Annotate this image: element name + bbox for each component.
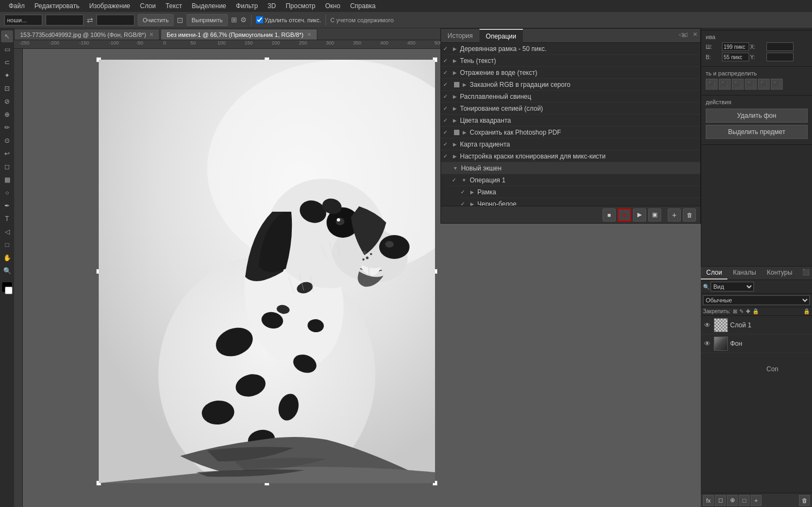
tool-stamp[interactable]: ⊙ xyxy=(1,135,13,147)
add-layer-btn[interactable]: + xyxy=(751,495,762,506)
ops-item[interactable]: ✓ ▶ Тень (текст) xyxy=(441,55,700,67)
ops-tab-history[interactable]: История xyxy=(441,29,479,43)
menu-3d[interactable]: 3D xyxy=(263,1,280,11)
menu-layers[interactable]: Слои xyxy=(136,1,160,11)
height-input[interactable] xyxy=(722,53,749,61)
layer-visibility-icon[interactable]: 👁 xyxy=(704,340,712,347)
layer-visibility-icon[interactable]: 👁 xyxy=(704,321,712,329)
tab-2-close[interactable]: ✕ xyxy=(307,31,311,37)
layers-view-dropdown[interactable]: Вид xyxy=(711,282,754,291)
ops-list[interactable]: ✓ ▶ Деревянная рамка - 50 пикс. ✓ ▶ Тень… xyxy=(441,43,700,206)
ops-item[interactable]: ✓ ▶ Цвета квадранта xyxy=(441,115,700,126)
menu-edit[interactable]: Редактировать xyxy=(30,1,84,11)
document-canvas[interactable] xyxy=(99,60,435,483)
tool-eyedropper[interactable]: ⊘ xyxy=(1,96,13,107)
tool-dodge[interactable]: ○ xyxy=(1,187,13,199)
menu-select[interactable]: Выделение xyxy=(187,1,231,11)
ops-close-btn[interactable]: ✕ xyxy=(691,31,699,38)
menu-view[interactable]: Просмотр xyxy=(282,1,320,11)
gear-icon[interactable]: ⚙ xyxy=(240,16,247,24)
tab-1-close[interactable]: ✕ xyxy=(149,31,154,37)
align-center-v-btn[interactable]: ⬛ xyxy=(758,79,770,90)
menu-filter[interactable]: Фильтр xyxy=(232,1,262,11)
width-input[interactable] xyxy=(722,42,749,51)
tool-history-brush[interactable]: ↩ xyxy=(1,148,13,160)
tool-pen[interactable]: ✒ xyxy=(1,200,13,212)
align-right-btn[interactable]: ⬛ xyxy=(732,79,744,90)
ops-item-ramka[interactable]: ✓ ▶ Рамка xyxy=(458,186,700,198)
tool-zoom[interactable]: 🔍 xyxy=(1,265,13,277)
x-input[interactable] xyxy=(766,42,794,51)
clear-button[interactable]: Очистить xyxy=(138,14,174,26)
swap-icon[interactable]: ⇄ xyxy=(87,16,93,24)
ops-record-btn[interactable]: ● xyxy=(618,208,631,221)
add-adjustment-btn[interactable]: ⊕ xyxy=(727,495,738,506)
align-left-btn[interactable]: ⬛ xyxy=(706,79,718,90)
ops-tab-operations[interactable]: Операции xyxy=(479,29,523,43)
lock-all-btn[interactable]: 🔒 xyxy=(752,308,759,314)
delete-seg-checkbox[interactable] xyxy=(256,16,263,23)
tab-1[interactable]: 153-7735cd049992.jpg @ 100% (Фон, RGB/8*… xyxy=(14,29,159,40)
tool-move[interactable]: ↖ xyxy=(1,30,13,42)
tool-lasso[interactable]: ⊂ xyxy=(1,56,13,68)
tool-select-rect[interactable]: ▭ xyxy=(1,43,13,55)
align-center-h-btn[interactable]: ⬛ xyxy=(719,79,731,90)
grid-icon[interactable]: ⊞ xyxy=(231,16,237,24)
select-subject-button[interactable]: Выделить предмет xyxy=(706,125,808,139)
ops-delete-btn[interactable]: 🗑 xyxy=(683,208,696,221)
background-color[interactable] xyxy=(5,287,12,294)
add-group-btn[interactable]: □ xyxy=(739,495,750,506)
ops-item-bw[interactable]: ✓ ▶ Черно-белое xyxy=(458,198,700,206)
tool-heal[interactable]: ⊕ xyxy=(1,109,13,121)
delete-layer-btn[interactable]: 🗑 xyxy=(799,495,810,506)
toolbar-input-1[interactable] xyxy=(4,15,42,26)
tool-brush[interactable]: ✏ xyxy=(1,122,13,134)
menu-image[interactable]: Изображение xyxy=(85,1,135,11)
y-input[interactable] xyxy=(766,53,794,61)
ops-item[interactable]: ✓ ▶ Расплавленный свинец xyxy=(441,91,700,103)
toolbar-input-3[interactable] xyxy=(97,15,135,26)
lock-extra-btn[interactable]: 🔒 xyxy=(803,308,810,314)
ops-play-btn[interactable]: ▶ xyxy=(633,208,646,221)
menu-help[interactable]: Справка xyxy=(346,1,380,11)
ops-item[interactable]: ✓ ▶ Отражение в воде (текст) xyxy=(441,67,700,79)
layers-tab-layers[interactable]: Слои xyxy=(701,267,727,280)
ops-new-set-btn[interactable]: ▣ xyxy=(648,208,661,221)
add-mask-btn[interactable]: ◻ xyxy=(715,495,726,506)
ops-item-new-action[interactable]: ▼ Новый экшен xyxy=(441,162,700,174)
ops-item-operation1[interactable]: ✓ ▼ Операция 1 xyxy=(450,174,700,186)
ops-item[interactable]: ✓ ▶ Заказной RGB в градации серого xyxy=(441,79,700,91)
ops-new-action-btn[interactable]: + xyxy=(668,208,681,221)
ops-stop-btn[interactable]: ■ xyxy=(603,208,616,221)
menu-window[interactable]: Окно xyxy=(321,1,344,11)
align-bottom-btn[interactable]: ⬛ xyxy=(771,79,783,90)
ops-item[interactable]: ✓ ▶ Тонирование сепией (слой) xyxy=(441,103,700,115)
layers-mode-dropdown[interactable]: Обычные xyxy=(703,295,810,305)
tool-crop[interactable]: ⊡ xyxy=(1,83,13,94)
menu-text[interactable]: Текст xyxy=(161,1,186,11)
delete-seg-label[interactable]: Удалить отсеч. пикс. xyxy=(256,16,322,23)
toolbar-input-2[interactable] xyxy=(46,15,84,26)
tool-eraser[interactable]: ◻ xyxy=(1,161,13,173)
tool-gradient[interactable]: ▦ xyxy=(1,174,13,186)
layer-item-layer1[interactable]: 👁 Слой 1 xyxy=(701,316,812,334)
tool-shape[interactable]: □ xyxy=(1,239,13,251)
layers-expand-btn[interactable]: ⬛ xyxy=(800,267,812,280)
lock-artboard-btn[interactable]: ✚ xyxy=(746,308,750,314)
lock-position-btn[interactable]: ✎ xyxy=(739,308,744,314)
add-fx-btn[interactable]: fx xyxy=(703,495,714,506)
straighten-button[interactable]: Выпрямить xyxy=(187,14,228,26)
tool-path-select[interactable]: ◁ xyxy=(1,226,13,238)
tool-magic-wand[interactable]: ✦ xyxy=(1,69,13,81)
tab-2[interactable]: Без имени-1 @ 66,7% (Прямоугольник 1, RG… xyxy=(161,29,317,40)
ops-item[interactable]: ✓ ▶ Сохранить как Photoshop PDF xyxy=(441,126,700,138)
tool-hand[interactable]: ✋ xyxy=(1,252,13,264)
layers-tab-paths[interactable]: Контуры xyxy=(762,267,798,280)
lock-pixels-btn[interactable]: ⊠ xyxy=(733,308,737,314)
ops-item[interactable]: ✓ ▶ Деревянная рамка - 50 пикс. xyxy=(441,43,700,55)
ops-item[interactable]: ✓ ▶ Настройка краски клонирования для ми… xyxy=(441,150,700,162)
tool-text[interactable]: T xyxy=(1,213,13,225)
align-top-btn[interactable]: ⬛ xyxy=(745,79,757,90)
menu-file[interactable]: Файл xyxy=(4,1,29,11)
ops-collapse-btn[interactable]: ◁◁ xyxy=(677,31,689,38)
